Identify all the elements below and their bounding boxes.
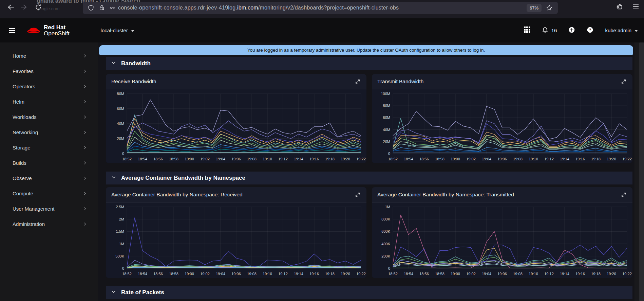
sidebar-item-helm[interactable]: Helm (0, 94, 98, 109)
shield-icon[interactable] (88, 5, 94, 11)
browser-menu-icon[interactable] (632, 3, 639, 11)
svg-text:19:20: 19:20 (607, 157, 616, 161)
svg-text:19:10: 19:10 (529, 157, 538, 161)
sidebar-item-observe[interactable]: Observe (0, 171, 98, 186)
svg-text:18:52: 18:52 (388, 272, 398, 276)
svg-text:19:10: 19:10 (263, 272, 272, 276)
forward-button[interactable] (19, 3, 29, 13)
chevron-right-icon (83, 191, 87, 196)
reload-icon (35, 4, 42, 12)
cluster-selector-dropdown[interactable]: local-cluster (101, 28, 134, 33)
sidebar-item-compute[interactable]: Compute (0, 186, 98, 201)
oauth-configuration-link[interactable]: cluster OAuth configuration (380, 48, 436, 53)
sidebar-item-favorites[interactable]: Favorites (0, 64, 98, 79)
svg-text:19:04: 19:04 (482, 157, 491, 161)
add-plus-icon[interactable] (568, 26, 575, 35)
app-launcher-icon[interactable] (524, 26, 530, 34)
browser-toolbar: ghana award to modi - Google Search goog… (0, 0, 644, 18)
svg-text:0: 0 (122, 266, 124, 270)
lock-warning-icon[interactable] (99, 5, 105, 11)
svg-text:18:56: 18:56 (153, 157, 163, 161)
svg-text:19:06: 19:06 (497, 272, 507, 276)
sidebar-item-home[interactable]: Home (0, 48, 98, 64)
svg-text:18:52: 18:52 (122, 157, 132, 161)
back-button[interactable] (5, 3, 16, 13)
zoom-level-badge[interactable]: 67% (527, 4, 542, 12)
expand-icon[interactable] (354, 191, 361, 198)
svg-text:18:58: 18:58 (169, 272, 178, 276)
bookmark-star-icon[interactable] (546, 4, 553, 11)
svg-text:200K: 200K (381, 254, 390, 258)
key-icon[interactable] (110, 5, 116, 11)
svg-text:19:00: 19:00 (451, 157, 460, 161)
svg-text:19:18: 19:18 (591, 157, 601, 161)
sidebar-item-networking[interactable]: Networking (0, 125, 98, 140)
expand-icon[interactable] (620, 191, 627, 198)
expand-icon[interactable] (354, 78, 361, 85)
reload-button[interactable] (33, 3, 43, 13)
chevron-right-icon (83, 68, 87, 74)
notification-count: 16 (551, 28, 557, 33)
svg-text:19:02: 19:02 (466, 272, 476, 276)
expand-icon[interactable] (620, 78, 627, 85)
banner-text-after: to allow others to log in. (436, 48, 485, 53)
sidebar-item-label: Operators (13, 84, 35, 89)
svg-text:19:16: 19:16 (575, 272, 585, 276)
svg-text:18:58: 18:58 (435, 157, 444, 161)
svg-text:18:54: 18:54 (138, 157, 147, 161)
svg-text:2M: 2M (119, 217, 124, 221)
svg-text:0: 0 (388, 266, 390, 270)
card-transmit-bandwidth: Transmit Bandwidth 18:5218:5418:5618:581… (372, 74, 632, 163)
sidebar-item-builds[interactable]: Builds (0, 155, 98, 171)
scrollbar-thumb[interactable] (639, 42, 644, 301)
avg-bandwidth-received-chart[interactable]: 18:5218:5418:5618:5819:0019:0219:0419:06… (106, 202, 366, 278)
chevron-right-icon (83, 160, 87, 166)
svg-text:600K: 600K (381, 229, 390, 233)
svg-text:60M: 60M (117, 107, 124, 111)
svg-text:19:10: 19:10 (529, 272, 538, 276)
sidebar-item-administration[interactable]: Administration (0, 216, 98, 232)
sidebar-item-workloads[interactable]: Workloads (0, 109, 98, 125)
svg-text:19:14: 19:14 (560, 157, 569, 161)
section-title: Bandwidth (121, 60, 151, 67)
svg-text:18:56: 18:56 (419, 272, 429, 276)
chevron-right-icon (83, 175, 87, 181)
receive-bandwidth-chart[interactable]: 18:5218:5418:5618:5819:0019:0219:0419:06… (106, 89, 366, 163)
svg-text:100M: 100M (381, 92, 390, 96)
svg-text:19:08: 19:08 (513, 272, 523, 276)
svg-text:40M: 40M (117, 122, 124, 126)
banner-text-before: You are logged in as a temporary adminis… (247, 48, 380, 53)
cluster-selector-label: local-cluster (101, 28, 128, 33)
chevron-right-icon (83, 84, 87, 89)
sidebar-item-label: Administration (13, 221, 45, 227)
card-receive-bandwidth: Receive Bandwidth 18:5218:5418:5618:5819… (106, 74, 366, 163)
section-rate-of-packets[interactable]: Rate of Packets (106, 286, 632, 299)
section-bandwidth[interactable]: Bandwidth (106, 57, 632, 70)
url-host: console-openshift-console.apps.rdr-jeev-… (118, 5, 237, 11)
help-icon[interactable]: ? (587, 26, 593, 35)
scrollbar-track[interactable] (634, 42, 644, 301)
svg-text:19:00: 19:00 (451, 272, 460, 276)
avg-bandwidth-transmitted-chart[interactable]: 18:5218:5418:5618:5819:0019:0219:0419:06… (372, 202, 632, 278)
sidebar-item-label: Builds (13, 160, 26, 166)
nav-toggle-button[interactable] (7, 26, 16, 35)
section-avg-container-bandwidth[interactable]: Average Container Bandwidth by Namespace (106, 172, 632, 184)
user-menu-dropdown[interactable]: kube:admin (605, 28, 638, 33)
sidebar-item-storage[interactable]: Storage (0, 140, 98, 155)
svg-text:19:00: 19:00 (185, 157, 194, 161)
transmit-bandwidth-chart[interactable]: 18:5218:5418:5618:5819:0019:0219:0419:06… (372, 89, 632, 163)
svg-text:19:20: 19:20 (341, 157, 350, 161)
extensions-icon[interactable] (616, 3, 624, 12)
sidebar-item-operators[interactable]: Operators (0, 79, 98, 94)
chevron-right-icon (83, 145, 87, 150)
svg-text:19:06: 19:06 (231, 272, 241, 276)
svg-text:19:18: 19:18 (591, 272, 601, 276)
chevron-down-icon (111, 175, 116, 181)
svg-text:19:14: 19:14 (560, 272, 569, 276)
address-bar[interactable]: console-openshift-console.apps.rdr-jeev-… (83, 2, 558, 14)
notifications-button[interactable]: 16 (542, 27, 557, 34)
svg-text:19:20: 19:20 (341, 272, 350, 276)
sidebar-item-user-management[interactable]: User Management (0, 201, 98, 216)
brand-logo[interactable]: Red Hat OpenShift (26, 24, 70, 37)
section-title: Average Container Bandwidth by Namespace (121, 175, 245, 181)
